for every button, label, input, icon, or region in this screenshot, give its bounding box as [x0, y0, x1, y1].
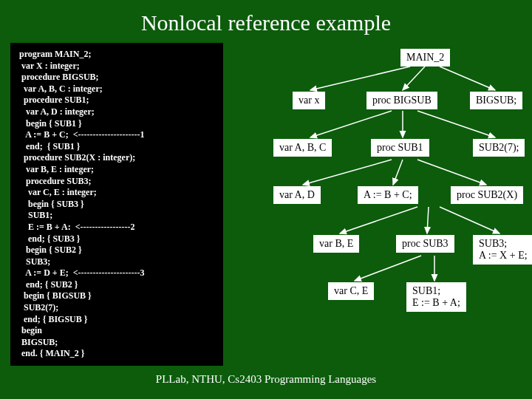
svg-line-6 — [303, 160, 392, 185]
svg-line-7 — [393, 160, 403, 185]
tree-diagram: MAIN_2 var x proc BIGSUB BIGSUB; var A, … — [229, 43, 525, 366]
node-procsub3: proc SUB3 — [396, 235, 454, 253]
node-varbe: var B, E — [313, 235, 359, 253]
footer-text: PLLab, NTHU, Cs2403 Programming Language… — [0, 373, 532, 386]
node-procsub2x: proc SUB2(X) — [451, 186, 523, 204]
svg-line-10 — [427, 207, 429, 233]
node-procsub1: proc SUB1 — [371, 139, 429, 157]
svg-line-5 — [417, 111, 495, 137]
node-abc: A := B + C; — [358, 186, 418, 204]
svg-line-0 — [310, 66, 410, 90]
main-content: program MAIN_2; var X : integer; procedu… — [0, 43, 532, 366]
node-varabc: var A, B, C — [273, 139, 332, 157]
node-varad: var A, D — [273, 186, 321, 204]
svg-line-9 — [340, 207, 417, 233]
code-listing: program MAIN_2; var X : integer; procedu… — [10, 43, 223, 366]
node-varx: var x — [293, 92, 325, 109]
svg-line-2 — [440, 66, 495, 90]
page-title: Nonlocal reference example — [0, 0, 532, 43]
node-sub1-stmt: SUB1; E := B + A; — [406, 282, 466, 312]
node-sub3-stmt: SUB3; A := X + E; — [473, 235, 532, 265]
node-varce: var C, E — [328, 282, 374, 300]
node-procbigsub: proc BIGSUB — [366, 92, 437, 109]
node-bigsub-call: BIGSUB; — [470, 92, 522, 109]
svg-line-11 — [440, 207, 499, 233]
svg-line-1 — [403, 66, 425, 90]
svg-line-3 — [310, 111, 392, 137]
node-main2: MAIN_2 — [400, 49, 450, 66]
svg-line-12 — [355, 256, 421, 281]
node-sub2-7: SUB2(7); — [473, 139, 525, 157]
svg-line-8 — [417, 160, 486, 185]
